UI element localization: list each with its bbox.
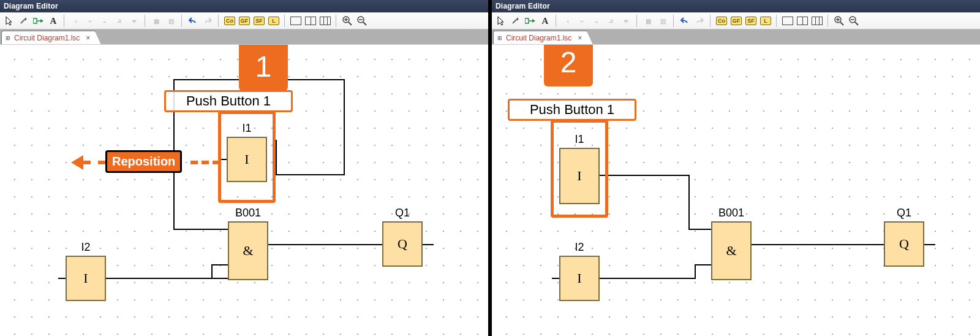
block-B001[interactable]: B001 &: [711, 221, 752, 280]
wire: [211, 264, 228, 265]
page-split-icon[interactable]: [304, 14, 317, 28]
text-tool-icon[interactable]: A: [47, 14, 60, 28]
align-top-icon[interactable]: ⫠: [590, 14, 603, 28]
wire: [267, 244, 383, 245]
align-bottom-icon[interactable]: ⫡: [113, 14, 126, 28]
toolbar-separator-1: [64, 15, 65, 27]
send-back-icon[interactable]: ▧: [656, 14, 669, 28]
redo-icon[interactable]: [201, 14, 214, 28]
bring-front-icon[interactable]: ▦: [641, 14, 655, 28]
wire: [695, 264, 696, 279]
block-I1-glyph: I: [244, 151, 249, 167]
toolbar-separator-4: [218, 15, 219, 27]
wire: [600, 278, 695, 279]
co-badge-button[interactable]: Co: [715, 14, 728, 28]
toolbar-separator-1: [556, 15, 557, 27]
toolbar-separator-5: [284, 15, 285, 27]
simulation-tool-icon[interactable]: [524, 14, 537, 28]
block-I2-label: I2: [559, 241, 600, 254]
co-badge-button[interactable]: Co: [223, 14, 236, 28]
align-bottom-icon[interactable]: ⫡: [605, 14, 618, 28]
send-back-icon[interactable]: ▧: [164, 14, 178, 28]
sf-badge-button[interactable]: SF: [744, 14, 758, 28]
wire: [752, 244, 884, 245]
align-left-icon[interactable]: ⫞: [69, 14, 82, 28]
wire: [695, 264, 712, 265]
page-single-icon[interactable]: [289, 14, 303, 28]
tab-circuit-diagram[interactable]: ⊞ Circuit Diagram1.lsc ×: [1, 31, 96, 44]
tab-close-icon[interactable]: ×: [578, 34, 582, 42]
step-badge-1: 1: [239, 44, 288, 91]
reposition-label: Reposition: [105, 150, 182, 173]
simulation-tool-icon[interactable]: [32, 14, 45, 28]
wire: [423, 244, 434, 245]
zoom-out-icon[interactable]: [847, 14, 861, 28]
toolbar-separator-6: [827, 15, 829, 27]
gf-badge-button[interactable]: GF: [729, 14, 743, 28]
undo-icon[interactable]: [678, 14, 692, 28]
align-right-icon[interactable]: ⫟: [83, 14, 97, 28]
block-B001[interactable]: B001 &: [228, 221, 268, 280]
block-Q1[interactable]: Q1 Q: [884, 221, 924, 267]
zoom-in-icon[interactable]: [832, 14, 846, 28]
right-pane: Diagram Editor A ⫞ ⫟ ⫠ ⫡ ≑ ▦ ▧ Co GF SF …: [492, 0, 980, 336]
block-Q1-label: Q1: [884, 207, 924, 220]
diagram-canvas[interactable]: 2 Push Button 1 I1 I I2: [492, 44, 980, 336]
gf-badge-button[interactable]: GF: [238, 14, 251, 28]
align-top-icon[interactable]: ⫠: [98, 14, 111, 28]
wire: [600, 175, 688, 176]
wire: [924, 244, 935, 245]
page-triple-icon[interactable]: [810, 14, 824, 28]
page-split-icon[interactable]: [796, 14, 809, 28]
block-Q1[interactable]: Q1 Q: [382, 221, 423, 267]
l-badge-button[interactable]: L: [759, 14, 772, 28]
tab-close-icon[interactable]: ×: [86, 34, 90, 42]
connector-tool-icon[interactable]: [17, 14, 31, 28]
block-B001-label: B001: [711, 207, 752, 220]
tab-strip: ⊞ Circuit Diagram1.lsc ×: [0, 29, 488, 44]
page-single-icon[interactable]: [781, 14, 794, 28]
pin-in-icon: [219, 159, 227, 160]
pointer-tool-icon[interactable]: [2, 14, 16, 28]
pushbutton-label-text: Push Button 1: [186, 93, 271, 109]
sf-badge-button[interactable]: SF: [252, 14, 266, 28]
text-tool-icon[interactable]: A: [538, 14, 552, 28]
tab-filename: Circuit Diagram1.lsc: [506, 34, 571, 42]
distribute-h-icon[interactable]: ≑: [127, 14, 141, 28]
block-Q1-label: Q1: [382, 207, 423, 220]
block-I2[interactable]: I2 I: [66, 256, 106, 301]
distribute-h-icon[interactable]: ≑: [619, 14, 633, 28]
block-I1[interactable]: I1 I: [227, 137, 267, 182]
window-title: Diagram Editor: [492, 0, 980, 12]
align-right-icon[interactable]: ⫟: [575, 14, 589, 28]
diagram-canvas[interactable]: 1 Push Button 1 Reposition: [0, 44, 488, 336]
tab-circuit-diagram[interactable]: ⊞ Circuit Diagram1.lsc ×: [493, 31, 587, 44]
block-Q1-glyph: Q: [398, 236, 407, 252]
pin-in-icon: [58, 278, 66, 279]
block-I2-glyph: I: [577, 270, 581, 286]
tab-diagram-icon: ⊞: [497, 35, 502, 41]
block-I1-label: I1: [227, 122, 267, 135]
toolbar-separator-5: [776, 15, 777, 27]
block-I1-label: I1: [559, 133, 600, 146]
page-triple-icon[interactable]: [318, 14, 332, 28]
align-left-icon[interactable]: ⫞: [560, 14, 574, 28]
block-I2[interactable]: I2 I: [559, 256, 600, 301]
zoom-in-icon[interactable]: [341, 14, 354, 28]
block-I1[interactable]: I1 I: [559, 148, 600, 204]
wire: [173, 229, 228, 230]
zoom-out-icon[interactable]: [355, 14, 369, 28]
undo-icon[interactable]: [186, 14, 200, 28]
l-badge-button[interactable]: L: [267, 14, 281, 28]
step-badge-2-text: 2: [560, 45, 577, 79]
window-title-text: Diagram Editor: [4, 2, 58, 10]
connector-tool-icon[interactable]: [509, 14, 522, 28]
wire: [106, 278, 228, 279]
tab-filename: Circuit Diagram1.lsc: [14, 34, 80, 42]
pointer-tool-icon[interactable]: [494, 14, 508, 28]
redo-icon[interactable]: [693, 14, 706, 28]
bring-front-icon[interactable]: ▦: [149, 14, 163, 28]
wire: [688, 175, 690, 230]
toolbar-separator-3: [181, 15, 183, 27]
wire: [276, 140, 277, 175]
